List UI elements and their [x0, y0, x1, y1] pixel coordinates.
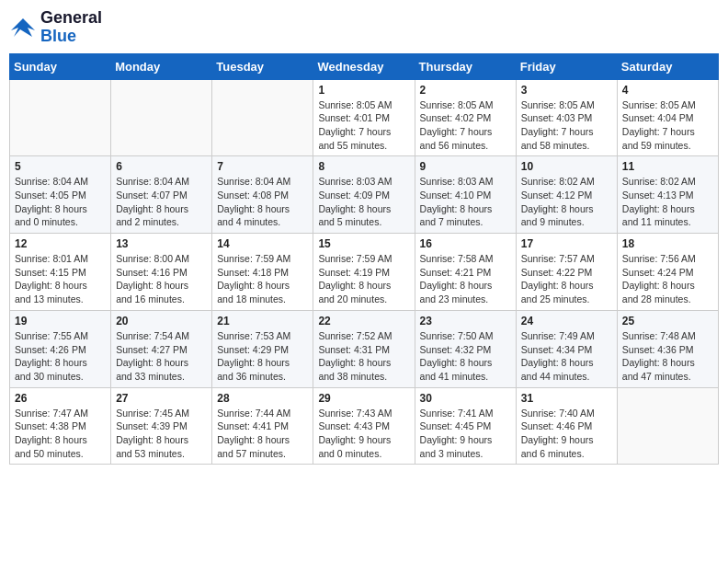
day-info: Sunrise: 8:05 AM Sunset: 4:03 PM Dayligh…: [521, 98, 612, 153]
calendar-day-cell: 2Sunrise: 8:05 AM Sunset: 4:02 PM Daylig…: [415, 79, 516, 156]
day-number: 22: [318, 315, 409, 327]
calendar-day-cell: 25Sunrise: 7:48 AM Sunset: 4:36 PM Dayli…: [617, 310, 718, 387]
calendar-day-cell: 1Sunrise: 8:05 AM Sunset: 4:01 PM Daylig…: [313, 79, 415, 156]
calendar-day-cell: 26Sunrise: 7:47 AM Sunset: 4:38 PM Dayli…: [10, 387, 111, 465]
day-number: 17: [521, 237, 612, 250]
day-info: Sunrise: 7:50 AM Sunset: 4:32 PM Dayligh…: [420, 329, 511, 384]
calendar-week-row: 19Sunrise: 7:55 AM Sunset: 4:26 PM Dayli…: [10, 310, 719, 387]
calendar-day-cell: 24Sunrise: 7:49 AM Sunset: 4:34 PM Dayli…: [516, 310, 617, 387]
day-info: Sunrise: 7:45 AM Sunset: 4:39 PM Dayligh…: [116, 407, 207, 461]
calendar-day-cell: 7Sunrise: 8:04 AM Sunset: 4:08 PM Daylig…: [212, 156, 313, 234]
calendar-header-row: SundayMondayTuesdayWednesdayThursdayFrid…: [10, 53, 719, 79]
day-number: 31: [521, 392, 612, 405]
day-number: 18: [622, 237, 713, 250]
day-number: 30: [420, 392, 511, 405]
day-number: 11: [622, 160, 713, 173]
day-info: Sunrise: 8:04 AM Sunset: 4:05 PM Dayligh…: [15, 175, 106, 229]
calendar-day-cell: [111, 79, 212, 156]
logo-blue: Blue: [40, 27, 76, 45]
day-number: 27: [116, 392, 207, 405]
day-number: 23: [420, 315, 511, 327]
day-number: 19: [15, 315, 106, 327]
day-info: Sunrise: 7:49 AM Sunset: 4:34 PM Dayligh…: [521, 329, 612, 384]
logo-text: General Blue: [40, 9, 102, 46]
day-info: Sunrise: 8:04 AM Sunset: 4:07 PM Dayligh…: [116, 175, 207, 229]
calendar-week-row: 5Sunrise: 8:04 AM Sunset: 4:05 PM Daylig…: [10, 156, 719, 234]
calendar-day-cell: 17Sunrise: 7:57 AM Sunset: 4:22 PM Dayli…: [516, 234, 617, 311]
day-number: 9: [420, 160, 511, 173]
weekday-header: Sunday: [10, 53, 111, 79]
day-info: Sunrise: 7:58 AM Sunset: 4:21 PM Dayligh…: [420, 252, 511, 306]
day-info: Sunrise: 8:05 AM Sunset: 4:01 PM Dayligh…: [318, 98, 409, 153]
calendar-table: SundayMondayTuesdayWednesdayThursdayFrid…: [9, 53, 719, 465]
page-header: General Blue: [9, 9, 719, 46]
calendar-day-cell: 15Sunrise: 7:59 AM Sunset: 4:19 PM Dayli…: [313, 234, 415, 311]
day-info: Sunrise: 8:05 AM Sunset: 4:02 PM Dayligh…: [420, 98, 511, 153]
day-info: Sunrise: 7:53 AM Sunset: 4:29 PM Dayligh…: [217, 329, 308, 384]
calendar-day-cell: 8Sunrise: 8:03 AM Sunset: 4:09 PM Daylig…: [313, 156, 415, 234]
day-info: Sunrise: 8:02 AM Sunset: 4:13 PM Dayligh…: [622, 175, 713, 229]
logo: General Blue: [9, 9, 102, 46]
weekday-header: Saturday: [617, 53, 718, 79]
day-number: 8: [318, 160, 409, 173]
calendar-week-row: 12Sunrise: 8:01 AM Sunset: 4:15 PM Dayli…: [10, 234, 719, 311]
day-info: Sunrise: 7:43 AM Sunset: 4:43 PM Dayligh…: [318, 407, 409, 461]
day-info: Sunrise: 7:47 AM Sunset: 4:38 PM Dayligh…: [15, 407, 106, 461]
day-number: 3: [521, 84, 612, 97]
day-number: 29: [318, 392, 409, 405]
day-info: Sunrise: 7:59 AM Sunset: 4:19 PM Dayligh…: [318, 252, 409, 306]
day-number: 6: [116, 160, 207, 173]
calendar-day-cell: 27Sunrise: 7:45 AM Sunset: 4:39 PM Dayli…: [111, 387, 212, 465]
day-number: 15: [318, 237, 409, 250]
calendar-day-cell: 16Sunrise: 7:58 AM Sunset: 4:21 PM Dayli…: [415, 234, 516, 311]
day-number: 14: [217, 237, 308, 250]
calendar-day-cell: 22Sunrise: 7:52 AM Sunset: 4:31 PM Dayli…: [313, 310, 415, 387]
calendar-day-cell: 14Sunrise: 7:59 AM Sunset: 4:18 PM Dayli…: [212, 234, 313, 311]
day-info: Sunrise: 7:55 AM Sunset: 4:26 PM Dayligh…: [15, 329, 106, 384]
calendar-day-cell: 21Sunrise: 7:53 AM Sunset: 4:29 PM Dayli…: [212, 310, 313, 387]
day-number: 1: [318, 84, 409, 97]
day-number: 5: [15, 160, 106, 173]
day-number: 12: [15, 237, 106, 250]
weekday-header: Wednesday: [313, 53, 415, 79]
day-info: Sunrise: 8:03 AM Sunset: 4:09 PM Dayligh…: [318, 175, 409, 229]
day-info: Sunrise: 7:48 AM Sunset: 4:36 PM Dayligh…: [622, 329, 713, 384]
calendar-day-cell: 23Sunrise: 7:50 AM Sunset: 4:32 PM Dayli…: [415, 310, 516, 387]
day-info: Sunrise: 8:05 AM Sunset: 4:04 PM Dayligh…: [622, 98, 713, 153]
calendar-day-cell: 20Sunrise: 7:54 AM Sunset: 4:27 PM Dayli…: [111, 310, 212, 387]
weekday-header: Tuesday: [212, 53, 313, 79]
day-info: Sunrise: 7:41 AM Sunset: 4:45 PM Dayligh…: [420, 407, 511, 461]
day-info: Sunrise: 7:52 AM Sunset: 4:31 PM Dayligh…: [318, 329, 409, 384]
calendar-week-row: 26Sunrise: 7:47 AM Sunset: 4:38 PM Dayli…: [10, 387, 719, 465]
day-number: 20: [116, 315, 207, 327]
calendar-day-cell: 11Sunrise: 8:02 AM Sunset: 4:13 PM Dayli…: [617, 156, 718, 234]
day-info: Sunrise: 7:44 AM Sunset: 4:41 PM Dayligh…: [217, 407, 308, 461]
svg-marker-0: [11, 18, 35, 37]
calendar-day-cell: 10Sunrise: 8:02 AM Sunset: 4:12 PM Dayli…: [516, 156, 617, 234]
weekday-header: Monday: [111, 53, 212, 79]
day-number: 2: [420, 84, 511, 97]
calendar-day-cell: 31Sunrise: 7:40 AM Sunset: 4:46 PM Dayli…: [516, 387, 617, 465]
calendar-day-cell: 19Sunrise: 7:55 AM Sunset: 4:26 PM Dayli…: [10, 310, 111, 387]
calendar-day-cell: [212, 79, 313, 156]
calendar-day-cell: 18Sunrise: 7:56 AM Sunset: 4:24 PM Dayli…: [617, 234, 718, 311]
logo-bird-icon: [9, 14, 37, 41]
calendar-day-cell: 5Sunrise: 8:04 AM Sunset: 4:05 PM Daylig…: [10, 156, 111, 234]
calendar-day-cell: 29Sunrise: 7:43 AM Sunset: 4:43 PM Dayli…: [313, 387, 415, 465]
day-number: 4: [622, 84, 713, 97]
day-number: 13: [116, 237, 207, 250]
calendar-day-cell: [617, 387, 718, 465]
day-number: 10: [521, 160, 612, 173]
day-info: Sunrise: 7:56 AM Sunset: 4:24 PM Dayligh…: [622, 252, 713, 306]
calendar-day-cell: [10, 79, 111, 156]
calendar-day-cell: 3Sunrise: 8:05 AM Sunset: 4:03 PM Daylig…: [516, 79, 617, 156]
day-info: Sunrise: 7:54 AM Sunset: 4:27 PM Dayligh…: [116, 329, 207, 384]
day-number: 24: [521, 315, 612, 327]
day-number: 26: [15, 392, 106, 405]
day-number: 28: [217, 392, 308, 405]
day-number: 25: [622, 315, 713, 327]
day-info: Sunrise: 7:59 AM Sunset: 4:18 PM Dayligh…: [217, 252, 308, 306]
calendar-day-cell: 4Sunrise: 8:05 AM Sunset: 4:04 PM Daylig…: [617, 79, 718, 156]
calendar-day-cell: 13Sunrise: 8:00 AM Sunset: 4:16 PM Dayli…: [111, 234, 212, 311]
day-number: 16: [420, 237, 511, 250]
